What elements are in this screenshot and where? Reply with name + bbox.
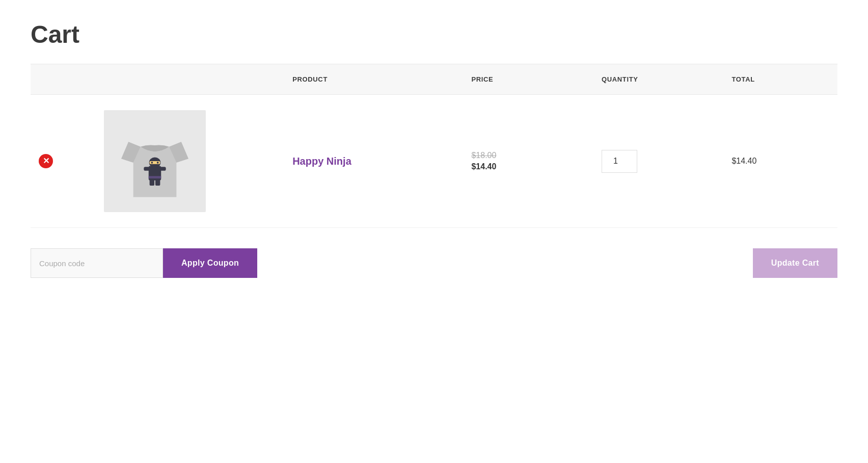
coupon-section: Apply Coupon	[31, 248, 257, 278]
svg-rect-5	[149, 179, 154, 186]
quantity-input[interactable]	[602, 150, 637, 173]
remove-item-button[interactable]: ✕	[39, 154, 53, 168]
svg-rect-7	[144, 167, 149, 171]
product-image-cell	[96, 95, 284, 228]
remove-cell: ✕	[31, 95, 96, 228]
header-product: PRODUCT	[284, 64, 463, 95]
svg-rect-8	[160, 167, 166, 171]
item-total: $14.40	[731, 157, 756, 165]
quantity-cell	[593, 95, 723, 228]
apply-coupon-button[interactable]: Apply Coupon	[163, 248, 257, 278]
product-image	[117, 120, 193, 202]
page-title: Cart	[31, 20, 837, 48]
svg-point-4	[156, 162, 158, 164]
header-price: PRICE	[463, 64, 593, 95]
total-cell: $14.40	[723, 95, 837, 228]
coupon-input[interactable]	[31, 248, 163, 278]
svg-rect-6	[155, 179, 160, 186]
price-original: $18.00	[471, 151, 585, 160]
svg-rect-9	[148, 176, 160, 178]
header-total: TOTAL	[723, 64, 837, 95]
remove-icon: ✕	[39, 154, 53, 168]
header-quantity: QUANTITY	[593, 64, 723, 95]
price-cell: $18.00 $14.40	[463, 95, 593, 228]
product-image-wrapper	[104, 110, 206, 212]
product-name-cell: Happy Ninja	[284, 95, 463, 228]
price-sale: $14.40	[471, 162, 585, 171]
header-remove	[31, 64, 96, 95]
cart-table: PRODUCT PRICE QUANTITY TOTAL ✕	[31, 64, 837, 228]
table-row: ✕	[31, 95, 837, 228]
svg-point-3	[151, 162, 153, 164]
cart-table-header: PRODUCT PRICE QUANTITY TOTAL	[31, 64, 837, 95]
cart-actions: Apply Coupon Update Cart	[31, 243, 837, 278]
header-image	[96, 64, 284, 95]
product-name: Happy Ninja	[292, 156, 351, 167]
update-cart-button[interactable]: Update Cart	[753, 248, 837, 278]
